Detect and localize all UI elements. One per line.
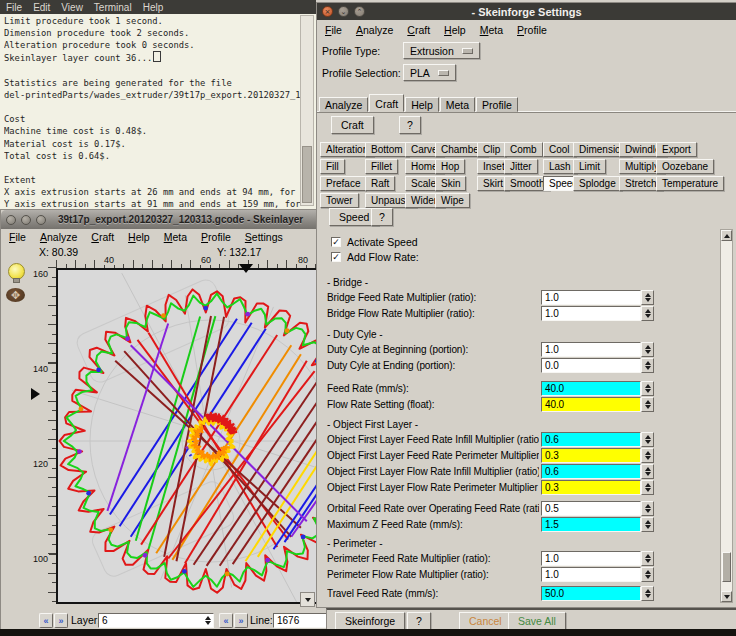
settings-menu-profile[interactable]: Profile [510,22,554,38]
line-next-button[interactable]: » [234,613,248,628]
craft-button-cool[interactable]: Cool [543,142,576,157]
settings-scrollbar-thumb[interactable] [722,552,731,582]
terminal-menu-view[interactable]: View [61,2,83,13]
spinner-object-first-layer-flow-rate-infill-multiplier-ratio[interactable] [641,464,654,479]
spinner-object-first-layer-feed-rate-perimeter-multiplier-ratio[interactable] [641,448,654,463]
field-input-orbital-feed-rate-over-operating-feed-rate-ratio[interactable]: 0.5 [541,501,641,516]
layer-first-button[interactable]: « [39,613,53,628]
skeinforge-button[interactable]: Skeinforge [335,612,405,630]
craft-button-tower[interactable]: Tower [320,193,359,208]
checkbox-add-flow-rate[interactable]: ✓ [331,252,341,262]
window-close-icon[interactable] [6,215,16,225]
tab-meta[interactable]: Meta [440,97,475,112]
terminal-menu-help[interactable]: Help [143,2,164,13]
canvas-scroll-corner[interactable] [300,592,315,607]
tab-analyze[interactable]: Analyze [319,97,368,112]
craft-button-splodge[interactable]: Splodge [573,176,622,191]
layer-next-button[interactable]: » [54,613,68,628]
line-first-button[interactable]: « [219,613,233,628]
settings-titlebar[interactable]: × ⌄ ⌃ - Skeinforge Settings [317,3,736,20]
field-input-perimeter-flow-rate-multiplier-ratio[interactable]: 1.0 [541,567,641,582]
craft-button-temperature[interactable]: Temperature [656,176,724,191]
pan-tool-icon[interactable]: ✥ [6,288,25,302]
spinner-perimeter-flow-rate-multiplier-ratio[interactable] [641,567,654,582]
craft-button-clip[interactable]: Clip [477,142,506,157]
window-maximize-icon[interactable]: ⌃ [354,6,365,17]
spinner-maximum-z-feed-rate-mm-s[interactable] [641,517,654,532]
craft-button-oozebane[interactable]: Oozebane [656,159,714,174]
craft-help-button[interactable]: ? [399,116,421,134]
field-input-duty-cyle-at-ending-portion[interactable]: 0.0 [541,358,641,373]
settings-menu-meta[interactable]: Meta [473,22,510,38]
spinner-duty-cyle-at-beginning-portion[interactable] [641,342,654,357]
window-minimize-icon[interactable] [21,215,31,225]
field-input-object-first-layer-feed-rate-infill-multiplier-ratio[interactable]: 0.6 [541,432,641,447]
save-all-button[interactable]: Save All [508,612,566,630]
field-input-feed-rate-mm-s[interactable]: 40.0 [541,381,641,396]
line-input[interactable]: 1676 [273,613,329,628]
layer-input[interactable]: 6 [98,613,214,628]
window-close-icon[interactable]: × [322,6,333,17]
tab-craft[interactable]: Craft [369,94,404,112]
footer-help-button[interactable]: ? [407,612,431,630]
brightness-bulb-icon[interactable] [8,263,25,280]
spinner-object-first-layer-flow-rate-perimeter-multiplier-ratio[interactable] [641,480,654,495]
field-input-object-first-layer-flow-rate-infill-multiplier-ratio[interactable]: 0.6 [541,464,641,479]
checkbox-activate-speed[interactable]: ✓ [331,237,341,247]
scroll-down-icon[interactable] [721,591,732,602]
terminal-scrollbar[interactable] [300,15,314,206]
tab-profile[interactable]: Profile [476,97,518,112]
field-input-duty-cyle-at-beginning-portion[interactable]: 1.0 [541,342,641,357]
spinner-flow-rate-setting-float[interactable] [641,397,654,412]
craft-button-raft[interactable]: Raft [365,176,395,191]
window-maximize-icon[interactable] [36,215,46,225]
cancel-button[interactable]: Cancel [459,612,512,630]
settings-scrollbar[interactable] [720,229,733,603]
field-input-travel-feed-rate-mm-s[interactable]: 50.0 [541,586,641,601]
craft-button-skin[interactable]: Skin [435,176,466,191]
skeinlayer-menu-file[interactable]: File [2,229,33,245]
field-input-flow-rate-setting-float[interactable]: 40.0 [541,397,641,412]
spinner-feed-rate-mm-s[interactable] [641,381,654,396]
spinner-bridge-flow-rate-multiplier-ratio[interactable] [641,306,654,321]
skeinlayer-menu-analyze[interactable]: Analyze [33,229,84,245]
skeinlayer-titlebar[interactable]: 39t17p_export.20120327_120313.gcode - Sk… [1,210,330,229]
field-input-perimeter-feed-rate-multiplier-ratio[interactable]: 1.0 [541,551,641,566]
scroll-up-icon[interactable] [721,230,732,241]
field-input-bridge-feed-rate-multiplier-ratio[interactable]: 1.0 [541,290,641,305]
field-input-object-first-layer-flow-rate-perimeter-multiplier-ratio[interactable]: 0.3 [541,480,641,495]
craft-button-fillet[interactable]: Fillet [365,159,398,174]
spinner-perimeter-feed-rate-multiplier-ratio[interactable] [641,551,654,566]
terminal-menu-edit[interactable]: Edit [33,2,50,13]
skeinlayer-menu-profile[interactable]: Profile [194,229,238,245]
skeinlayer-menu-help[interactable]: Help [121,229,157,245]
craft-button-bottom[interactable]: Bottom [365,142,409,157]
spinner-orbital-feed-rate-over-operating-feed-rate-ratio[interactable] [641,501,654,516]
settings-menu-help[interactable]: Help [437,22,473,38]
tab-help[interactable]: Help [405,97,439,112]
skeinlayer-menu-settings[interactable]: Settings [238,229,290,245]
profile-type-dropdown[interactable]: Extrusion [403,42,480,59]
spinner-travel-feed-rate-mm-s[interactable] [641,586,654,601]
craft-button-fill[interactable]: Fill [320,159,345,174]
craft-button-jitter[interactable]: Jitter [504,159,538,174]
speed-help-button[interactable]: ? [371,208,393,226]
window-minimize-icon[interactable]: ⌄ [338,6,349,17]
terminal-menu-terminal[interactable]: Terminal [94,2,132,13]
craft-button-export[interactable]: Export [656,142,697,157]
skeinlayer-menu-craft[interactable]: Craft [84,229,121,245]
layer-spinner[interactable] [203,614,213,627]
skeinlayer-menu-meta[interactable]: Meta [157,229,194,245]
craft-button-comb[interactable]: Comb [504,142,543,157]
craft-header-button[interactable]: Craft [331,116,374,134]
spinner-bridge-feed-rate-multiplier-ratio[interactable] [641,290,654,305]
craft-button-hop[interactable]: Hop [435,159,465,174]
profile-selection-dropdown[interactable]: PLA [403,64,456,81]
settings-menu-craft[interactable]: Craft [400,22,437,38]
field-input-bridge-flow-rate-multiplier-ratio[interactable]: 1.0 [541,306,641,321]
settings-menu-analyze[interactable]: Analyze [349,22,400,38]
terminal-menu-file[interactable]: File [6,2,22,13]
layer-canvas[interactable] [56,268,331,604]
settings-menu-file[interactable]: File [318,22,349,38]
craft-button-preface[interactable]: Preface [320,176,366,191]
